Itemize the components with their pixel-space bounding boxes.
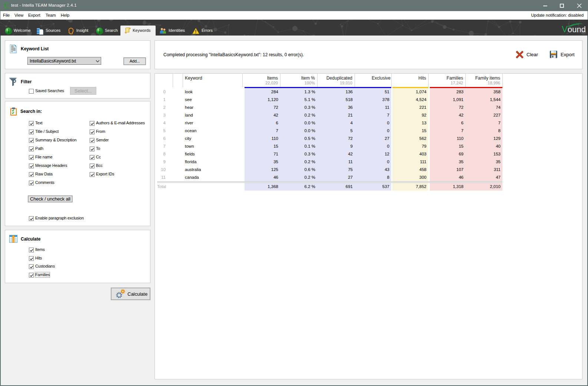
svg-text:V: V	[562, 24, 568, 33]
